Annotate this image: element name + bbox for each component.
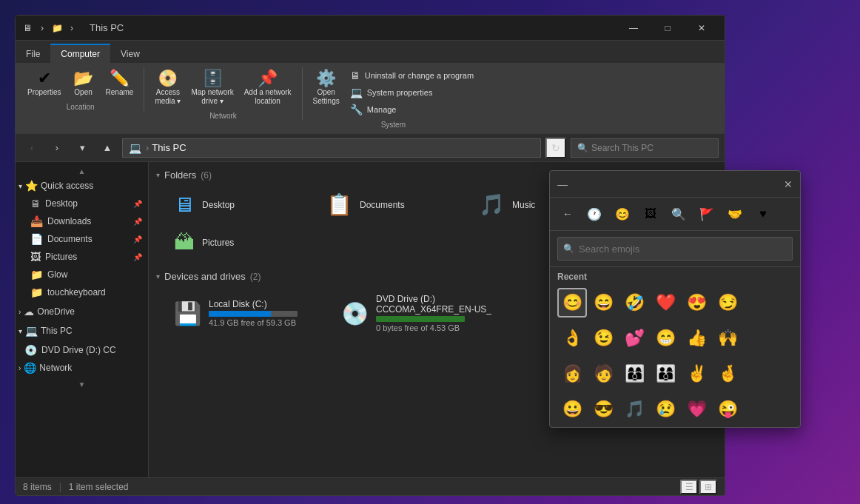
- ribbon: File Computer View ✔ Properties 📂 Open: [16, 41, 725, 134]
- pictures-folder-icon: 🏔: [174, 230, 195, 255]
- forward-button[interactable]: ›: [47, 138, 67, 158]
- emoji-recent-btn[interactable]: 🕐: [582, 202, 606, 226]
- ribbon-group-location: ✔ Properties 📂 Open ✏️ Rename Location: [23, 67, 144, 111]
- sidebar-quick-access-header[interactable]: ▾ ⭐ Quick access: [16, 177, 148, 195]
- emoji-search-btn[interactable]: 🔍: [667, 202, 691, 226]
- refresh-button[interactable]: ↻: [545, 138, 566, 158]
- documents-icon: 📄: [30, 233, 43, 245]
- emoji-cell-peace[interactable]: ✌️: [682, 359, 711, 389]
- emoji-cell-thumbsup[interactable]: 👍: [682, 323, 711, 353]
- emoji-cell-twoheart[interactable]: 💕: [619, 323, 649, 353]
- ribbon-rename-btn[interactable]: ✏️ Rename: [101, 67, 138, 100]
- ribbon-manage-btn[interactable]: 🔧 Manage: [346, 101, 478, 118]
- maximize-button[interactable]: □: [651, 16, 685, 41]
- ribbon-open-btn[interactable]: 📂 Open: [67, 67, 100, 100]
- ribbon-map-drive-btn[interactable]: 🗄️ Map networkdrive ▾: [187, 67, 238, 109]
- window-title: This PC: [90, 22, 124, 33]
- folder-desktop[interactable]: 🖥 Desktop: [167, 188, 315, 221]
- emoji-cell-hearteyes[interactable]: 😍: [682, 288, 711, 317]
- emoji-cell-cool[interactable]: 😎: [588, 394, 618, 424]
- pin-icon: 📌: [133, 200, 142, 208]
- emoji-cell-happy[interactable]: 😀: [557, 394, 587, 424]
- sidebar-onedrive-header[interactable]: › ☁ OneDrive: [16, 303, 148, 320]
- emoji-cell-joy[interactable]: 😄: [588, 288, 618, 317]
- ribbon-properties-btn[interactable]: ✔ Properties: [23, 67, 66, 100]
- tab-view[interactable]: View: [110, 45, 150, 63]
- dvd-drive-label: DVD Drive (D:) CCCOMA_X64FRE_EN-US_: [376, 294, 511, 315]
- tab-file[interactable]: File: [16, 45, 50, 63]
- sidebar-quick-access-items: 🖥 Desktop 📌 📥 Downloads 📌 📄 Documents 📌: [16, 195, 148, 301]
- emoji-cell-growing-heart[interactable]: 💗: [682, 394, 711, 424]
- emoji-cell-sad[interactable]: 😢: [651, 394, 680, 424]
- breadcrumb-folder-icon: 📁: [51, 22, 63, 34]
- sidebar-item-pictures[interactable]: 🖼 Pictures 📌: [24, 248, 148, 266]
- item-selected: 1 item selected: [69, 482, 129, 492]
- emoji-cell-heart[interactable]: ❤️: [651, 288, 680, 317]
- recent-button[interactable]: ▾: [72, 138, 93, 158]
- drives-count: (2): [250, 272, 261, 282]
- tab-computer[interactable]: Computer: [50, 44, 110, 63]
- emoji-back-button[interactable]: ←: [557, 204, 578, 224]
- pictures-icon: 🖼: [30, 251, 41, 263]
- emoji-gif-btn[interactable]: 🖼: [639, 202, 662, 226]
- emoji-cell-family1[interactable]: 👩‍👩‍👦: [619, 359, 649, 389]
- folder-documents[interactable]: 📋 Documents: [319, 188, 467, 221]
- sidebar-item-downloads[interactable]: 📥 Downloads 📌: [24, 212, 148, 230]
- ribbon-access-media-btn[interactable]: 📀 Accessmedia ▾: [150, 67, 185, 109]
- sidebar-scroll-down[interactable]: ▼: [16, 378, 148, 390]
- up-button[interactable]: ▲: [97, 138, 118, 158]
- this-pc-label: This PC: [41, 326, 73, 336]
- emoji-cell-woman[interactable]: 👩: [557, 359, 587, 389]
- pin-icon-doc: 📌: [133, 235, 142, 243]
- emoji-smiley-btn[interactable]: 😊: [611, 202, 634, 226]
- emoji-heart-btn[interactable]: ♥: [751, 202, 775, 226]
- ribbon-system-properties-btn[interactable]: 💻 System properties: [346, 84, 478, 101]
- drive-c[interactable]: 💾 Local Disk (C:) 41.9 GB free of 59.3 G…: [167, 289, 329, 337]
- emoji-cell-ok[interactable]: 👌: [557, 323, 587, 353]
- emoji-cell-grinning[interactable]: 😊: [557, 288, 587, 317]
- grid-view-button[interactable]: ⊞: [699, 480, 717, 494]
- folder-pictures[interactable]: 🏔 Pictures: [167, 226, 315, 259]
- emoji-cell-wink[interactable]: 😉: [588, 323, 618, 353]
- emoji-cell-grin[interactable]: 😁: [651, 323, 680, 353]
- ribbon-uninstall-btn[interactable]: 🖥 Uninstall or change a program: [346, 67, 478, 84]
- ribbon-open-settings-btn[interactable]: ⚙️ OpenSettings: [309, 67, 344, 109]
- ribbon-system-right: 🖥 Uninstall or change a program 💻 System…: [346, 67, 478, 118]
- list-view-button[interactable]: ☰: [680, 480, 698, 494]
- minimize-button[interactable]: —: [617, 16, 651, 41]
- sidebar-item-documents[interactable]: 📄 Documents 📌: [24, 230, 148, 248]
- emoji-kaomoji-btn[interactable]: 🤝: [723, 202, 747, 226]
- sidebar-item-touchkeyboard[interactable]: 📁 touchkeyboard: [24, 283, 148, 301]
- emoji-cell-raisehands[interactable]: 🙌: [713, 323, 742, 353]
- ribbon-add-location-btn[interactable]: 📌 Add a networklocation: [240, 67, 296, 109]
- sidebar-scroll-up[interactable]: ▲: [16, 165, 148, 177]
- emoji-minimize-button[interactable]: —: [557, 178, 568, 190]
- back-button[interactable]: ‹: [21, 138, 42, 158]
- search-box[interactable]: 🔍 Search This PC: [571, 138, 719, 158]
- emoji-cell-rofl[interactable]: 🤣: [619, 288, 649, 317]
- close-button[interactable]: ✕: [685, 16, 719, 41]
- sidebar-network-header[interactable]: › 🌐 Network: [16, 359, 148, 377]
- emoji-cell-fingers-crossed[interactable]: 🤞: [713, 359, 742, 389]
- access-media-icon: 📀: [158, 70, 178, 87]
- sidebar-this-pc-header[interactable]: ▾ 💻 This PC: [16, 322, 148, 340]
- address-input[interactable]: 💻 › This PC: [122, 138, 541, 158]
- emoji-search-icon: 🔍: [563, 243, 574, 254]
- settings-icon: ⚙️: [316, 70, 336, 87]
- quick-access-star-icon: ⭐: [25, 180, 38, 192]
- emoji-cell-family2[interactable]: 👨‍👩‍👦: [651, 359, 680, 389]
- emoji-search-input[interactable]: [557, 237, 793, 261]
- sidebar-item-glow[interactable]: 📁 Glow: [24, 266, 148, 283]
- local-disk-label: Local Disk (C:): [209, 299, 298, 309]
- emoji-cell-smirk[interactable]: 😏: [713, 288, 742, 317]
- sidebar-item-dvd[interactable]: 💿 DVD Drive (D:) CC: [16, 341, 148, 359]
- emoji-close-button[interactable]: ✕: [784, 178, 793, 190]
- emoji-cell-music[interactable]: 🎵: [619, 394, 649, 424]
- emoji-cell-person[interactable]: 🧑: [588, 359, 618, 389]
- emoji-cell-zany[interactable]: 😜: [713, 394, 742, 424]
- drive-d[interactable]: 💿 DVD Drive (D:) CCCOMA_X64FRE_EN-US_ 0 …: [334, 289, 519, 337]
- search-placeholder: Search This PC: [591, 143, 654, 153]
- sidebar-item-desktop[interactable]: 🖥 Desktop 📌: [24, 195, 148, 212]
- emoji-symbols-btn[interactable]: 🚩: [695, 202, 719, 226]
- pin-icon-dl: 📌: [133, 218, 142, 226]
